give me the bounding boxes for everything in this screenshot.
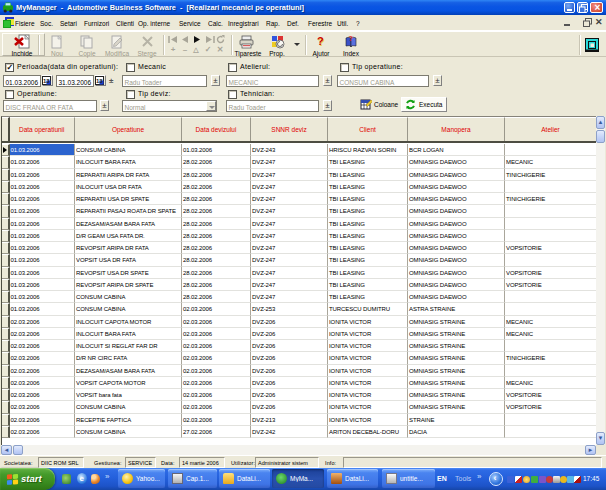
svg-text:?: ? (349, 35, 353, 42)
svg-text:13: 13 (96, 78, 103, 84)
svg-text:13: 13 (43, 78, 50, 84)
